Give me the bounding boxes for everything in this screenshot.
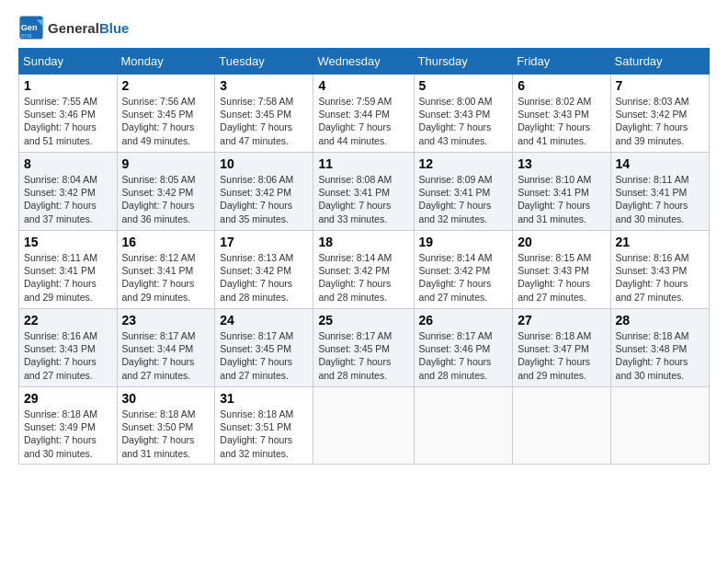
logo-icon: Gen eral xyxy=(18,15,44,40)
calendar-cell: 10 Sunrise: 8:06 AMSunset: 3:42 PMDaylig… xyxy=(215,153,313,231)
calendar-cell: 22 Sunrise: 8:16 AMSunset: 3:43 PMDaylig… xyxy=(19,309,118,387)
day-info: Sunrise: 8:17 AMSunset: 3:45 PMDaylight:… xyxy=(318,330,392,381)
day-number: 29 xyxy=(24,391,112,406)
calendar-table: SundayMondayTuesdayWednesdayThursdayFrid… xyxy=(18,48,710,465)
day-number: 25 xyxy=(318,313,408,327)
calendar-cell: 27 Sunrise: 8:18 AMSunset: 3:47 PMDaylig… xyxy=(513,309,610,387)
day-number: 14 xyxy=(616,156,704,171)
calendar-cell xyxy=(513,387,610,465)
day-info: Sunrise: 8:10 AMSunset: 3:41 PMDaylight:… xyxy=(518,174,591,224)
day-number: 3 xyxy=(220,78,308,93)
calendar-cell: 30 Sunrise: 8:18 AMSunset: 3:50 PMDaylig… xyxy=(117,387,215,465)
calendar-cell xyxy=(610,387,709,465)
calendar-cell: 29 Sunrise: 8:18 AMSunset: 3:49 PMDaylig… xyxy=(19,387,118,465)
day-info: Sunrise: 8:17 AMSunset: 3:46 PMDaylight:… xyxy=(419,330,493,381)
calendar-cell: 8 Sunrise: 8:04 AMSunset: 3:42 PMDayligh… xyxy=(19,153,118,231)
calendar-cell: 14 Sunrise: 8:11 AMSunset: 3:41 PMDaylig… xyxy=(610,153,709,231)
calendar-cell: 31 Sunrise: 8:18 AMSunset: 3:51 PMDaylig… xyxy=(215,387,313,465)
day-number: 24 xyxy=(220,313,308,327)
day-info: Sunrise: 8:11 AMSunset: 3:41 PMDaylight:… xyxy=(616,174,689,224)
day-number: 30 xyxy=(122,391,210,406)
day-info: Sunrise: 8:11 AMSunset: 3:41 PMDaylight:… xyxy=(24,252,97,303)
day-info: Sunrise: 7:59 AMSunset: 3:44 PMDaylight:… xyxy=(318,96,392,146)
day-info: Sunrise: 8:03 AMSunset: 3:42 PMDaylight:… xyxy=(616,96,689,146)
day-number: 17 xyxy=(220,235,308,249)
weekday-header-friday: Friday xyxy=(513,49,610,75)
svg-text:eral: eral xyxy=(21,32,32,39)
calendar-cell: 11 Sunrise: 8:08 AMSunset: 3:41 PMDaylig… xyxy=(313,153,414,231)
calendar-cell: 7 Sunrise: 8:03 AMSunset: 3:42 PMDayligh… xyxy=(610,75,709,153)
day-info: Sunrise: 8:06 AMSunset: 3:42 PMDaylight:… xyxy=(220,174,293,224)
weekday-header-saturday: Saturday xyxy=(610,49,709,75)
day-number: 19 xyxy=(419,235,508,249)
day-number: 26 xyxy=(419,313,508,327)
day-info: Sunrise: 8:18 AMSunset: 3:49 PMDaylight:… xyxy=(24,408,97,459)
calendar-cell: 18 Sunrise: 8:14 AMSunset: 3:42 PMDaylig… xyxy=(313,231,414,309)
weekday-header-row: SundayMondayTuesdayWednesdayThursdayFrid… xyxy=(19,49,710,75)
calendar-cell: 6 Sunrise: 8:02 AMSunset: 3:43 PMDayligh… xyxy=(513,75,610,153)
day-number: 31 xyxy=(220,391,308,406)
day-info: Sunrise: 8:13 AMSunset: 3:42 PMDaylight:… xyxy=(220,252,293,303)
day-info: Sunrise: 7:58 AMSunset: 3:45 PMDaylight:… xyxy=(220,96,293,146)
weekday-header-thursday: Thursday xyxy=(414,49,513,75)
day-number: 1 xyxy=(24,78,112,93)
calendar-cell: 12 Sunrise: 8:09 AMSunset: 3:41 PMDaylig… xyxy=(414,153,513,231)
header: Gen eral GeneralBlue xyxy=(18,15,710,40)
calendar-cell: 17 Sunrise: 8:13 AMSunset: 3:42 PMDaylig… xyxy=(215,231,313,309)
day-number: 13 xyxy=(518,156,605,171)
day-info: Sunrise: 7:56 AMSunset: 3:45 PMDaylight:… xyxy=(122,96,196,146)
day-number: 16 xyxy=(122,235,210,249)
calendar-cell: 24 Sunrise: 8:17 AMSunset: 3:45 PMDaylig… xyxy=(215,309,313,387)
calendar-cell: 15 Sunrise: 8:11 AMSunset: 3:41 PMDaylig… xyxy=(19,231,118,309)
day-number: 15 xyxy=(24,235,112,249)
calendar-cell: 26 Sunrise: 8:17 AMSunset: 3:46 PMDaylig… xyxy=(414,309,513,387)
day-info: Sunrise: 8:15 AMSunset: 3:43 PMDaylight:… xyxy=(518,252,591,303)
day-number: 8 xyxy=(24,156,112,171)
calendar-cell: 16 Sunrise: 8:12 AMSunset: 3:41 PMDaylig… xyxy=(117,231,215,309)
day-info: Sunrise: 8:16 AMSunset: 3:43 PMDaylight:… xyxy=(24,330,97,381)
day-number: 10 xyxy=(220,156,308,171)
day-number: 4 xyxy=(318,78,408,93)
svg-text:Gen: Gen xyxy=(21,23,38,32)
day-info: Sunrise: 8:12 AMSunset: 3:41 PMDaylight:… xyxy=(122,252,196,303)
day-info: Sunrise: 8:14 AMSunset: 3:42 PMDaylight:… xyxy=(318,252,392,303)
logo: Gen eral GeneralBlue xyxy=(18,15,129,40)
day-info: Sunrise: 8:08 AMSunset: 3:41 PMDaylight:… xyxy=(318,174,392,224)
calendar-cell: 25 Sunrise: 8:17 AMSunset: 3:45 PMDaylig… xyxy=(313,309,414,387)
day-number: 21 xyxy=(616,235,704,249)
day-info: Sunrise: 8:18 AMSunset: 3:47 PMDaylight:… xyxy=(518,330,591,381)
calendar-cell: 19 Sunrise: 8:14 AMSunset: 3:42 PMDaylig… xyxy=(414,231,513,309)
day-number: 11 xyxy=(318,156,408,171)
calendar-cell: 3 Sunrise: 7:58 AMSunset: 3:45 PMDayligh… xyxy=(215,75,313,153)
calendar-cell xyxy=(414,387,513,465)
day-number: 7 xyxy=(616,78,704,93)
day-info: Sunrise: 8:17 AMSunset: 3:44 PMDaylight:… xyxy=(122,330,196,381)
day-number: 20 xyxy=(518,235,605,249)
calendar-cell: 9 Sunrise: 8:05 AMSunset: 3:42 PMDayligh… xyxy=(117,153,215,231)
day-number: 9 xyxy=(122,156,210,171)
day-number: 18 xyxy=(318,235,408,249)
day-info: Sunrise: 8:05 AMSunset: 3:42 PMDaylight:… xyxy=(122,174,196,224)
day-number: 22 xyxy=(24,313,112,327)
calendar-cell xyxy=(313,387,414,465)
calendar-cell: 23 Sunrise: 8:17 AMSunset: 3:44 PMDaylig… xyxy=(117,309,215,387)
day-number: 5 xyxy=(419,78,508,93)
weekday-header-wednesday: Wednesday xyxy=(313,49,414,75)
day-info: Sunrise: 7:55 AMSunset: 3:46 PMDaylight:… xyxy=(24,96,97,146)
day-number: 23 xyxy=(122,313,210,327)
weekday-header-tuesday: Tuesday xyxy=(215,49,313,75)
day-info: Sunrise: 8:04 AMSunset: 3:42 PMDaylight:… xyxy=(24,174,97,224)
calendar-cell: 21 Sunrise: 8:16 AMSunset: 3:43 PMDaylig… xyxy=(610,231,709,309)
day-info: Sunrise: 8:18 AMSunset: 3:51 PMDaylight:… xyxy=(220,408,293,459)
day-info: Sunrise: 8:18 AMSunset: 3:48 PMDaylight:… xyxy=(616,330,689,381)
calendar-cell: 13 Sunrise: 8:10 AMSunset: 3:41 PMDaylig… xyxy=(513,153,610,231)
day-number: 2 xyxy=(122,78,210,93)
weekday-header-sunday: Sunday xyxy=(19,49,118,75)
day-number: 6 xyxy=(518,78,605,93)
calendar-cell: 1 Sunrise: 7:55 AMSunset: 3:46 PMDayligh… xyxy=(19,75,118,153)
calendar-cell: 2 Sunrise: 7:56 AMSunset: 3:45 PMDayligh… xyxy=(117,75,215,153)
calendar-cell: 28 Sunrise: 8:18 AMSunset: 3:48 PMDaylig… xyxy=(610,309,709,387)
calendar-cell: 5 Sunrise: 8:00 AMSunset: 3:43 PMDayligh… xyxy=(414,75,513,153)
calendar-cell: 20 Sunrise: 8:15 AMSunset: 3:43 PMDaylig… xyxy=(513,231,610,309)
day-number: 27 xyxy=(518,313,605,327)
